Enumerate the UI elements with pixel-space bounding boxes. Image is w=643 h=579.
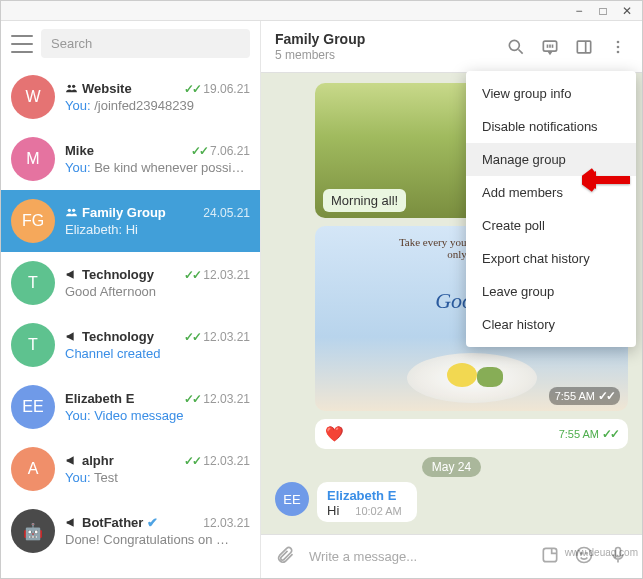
svg-point-16 bbox=[577, 548, 592, 563]
chat-title[interactable]: Family Group bbox=[275, 31, 506, 47]
more-dropdown: View group infoDisable notificationsMana… bbox=[466, 71, 636, 347]
date-separator: May 24 bbox=[275, 459, 628, 474]
heart-icon: ❤️ bbox=[325, 425, 344, 443]
svg-point-13 bbox=[617, 45, 620, 48]
svg-point-0 bbox=[68, 85, 71, 88]
avatar: W bbox=[11, 75, 55, 119]
message-bubble[interactable]: Elizabeth E Hi10:02 AM bbox=[317, 482, 417, 522]
more-icon[interactable] bbox=[608, 37, 628, 57]
reaction-time: 7:55 AM ✓✓ bbox=[559, 427, 618, 441]
svg-line-5 bbox=[519, 49, 523, 53]
svg-point-14 bbox=[617, 50, 620, 53]
window-maximize[interactable]: □ bbox=[596, 4, 610, 18]
svg-rect-19 bbox=[616, 548, 621, 557]
chat-item-name: Website bbox=[65, 81, 132, 96]
svg-point-3 bbox=[72, 209, 75, 212]
avatar: FG bbox=[11, 199, 55, 243]
dropdown-item[interactable]: Disable notifications bbox=[466, 110, 636, 143]
chat-list-item[interactable]: 🤖BotFather ✔12.03.21Done! Congratulation… bbox=[1, 500, 260, 562]
attach-icon[interactable] bbox=[275, 545, 295, 568]
search-icon[interactable] bbox=[506, 37, 526, 57]
dropdown-item[interactable]: Export chat history bbox=[466, 242, 636, 275]
menu-button[interactable] bbox=[11, 35, 33, 53]
svg-rect-20 bbox=[594, 176, 630, 184]
svg-rect-15 bbox=[543, 548, 556, 561]
chat-item-preview: Channel created bbox=[65, 346, 250, 361]
avatar[interactable]: EE bbox=[275, 482, 309, 516]
chat-item-time: ✓✓ 12.03.21 bbox=[184, 392, 250, 406]
chat-item-preview: Done! Congratulations on … bbox=[65, 532, 250, 547]
chat-header: Family Group 5 members bbox=[261, 21, 642, 73]
incoming-message: EE Elizabeth E Hi10:02 AM bbox=[275, 482, 628, 522]
chat-item-name: BotFather ✔ bbox=[65, 515, 158, 530]
avatar: EE bbox=[11, 385, 55, 429]
chat-item-preview: You: Video message bbox=[65, 408, 250, 423]
svg-point-4 bbox=[509, 40, 519, 50]
chat-list-item[interactable]: TTechnology✓✓ 12.03.21Channel created bbox=[1, 314, 260, 376]
dropdown-item[interactable]: Clear history bbox=[466, 308, 636, 341]
chat-item-time: ✓✓ 12.03.21 bbox=[184, 268, 250, 282]
message-time: 10:02 AM bbox=[355, 505, 401, 517]
chat-item-name: Elizabeth E bbox=[65, 391, 134, 406]
chat-list-item[interactable]: EEElizabeth E✓✓ 12.03.21You: Video messa… bbox=[1, 376, 260, 438]
svg-point-1 bbox=[72, 85, 75, 88]
chat-item-time: ✓✓ 12.03.21 bbox=[184, 454, 250, 468]
svg-rect-10 bbox=[577, 41, 590, 53]
chat-list-item[interactable]: Aalphr✓✓ 12.03.21You: Test bbox=[1, 438, 260, 500]
mic-icon[interactable] bbox=[608, 545, 628, 568]
svg-point-17 bbox=[581, 553, 582, 554]
svg-point-2 bbox=[68, 209, 71, 212]
image-timestamp: 7:55 AM✓✓ bbox=[549, 387, 620, 405]
chat-item-name: Family Group bbox=[65, 205, 166, 220]
chat-item-preview: Elizabeth: Hi bbox=[65, 222, 250, 237]
message-sender: Elizabeth E bbox=[327, 488, 407, 503]
chat-item-preview: Good Afternoon bbox=[65, 284, 250, 299]
chat-list-item[interactable]: TTechnology✓✓ 12.03.21Good Afternoon bbox=[1, 252, 260, 314]
search-input[interactable]: Search bbox=[41, 29, 250, 58]
message-text: Hi bbox=[327, 503, 339, 518]
dropdown-item[interactable]: Create poll bbox=[466, 209, 636, 242]
chat-item-name: Technology bbox=[65, 329, 154, 344]
avatar: M bbox=[11, 137, 55, 181]
message-input[interactable]: Write a message... bbox=[309, 549, 526, 564]
dropdown-item[interactable]: View group info bbox=[466, 77, 636, 110]
chat-item-time: ✓✓ 7.06.21 bbox=[191, 144, 250, 158]
chat-list-item[interactable]: MMike✓✓ 7.06.21You: Be kind whenever pos… bbox=[1, 128, 260, 190]
chat-item-name: Mike bbox=[65, 143, 94, 158]
sidebar: Search WWebsite✓✓ 19.06.21You: /joinfed2… bbox=[1, 21, 261, 578]
avatar: A bbox=[11, 447, 55, 491]
chat-subtitle: 5 members bbox=[275, 48, 506, 62]
chat-list-item[interactable]: WWebsite✓✓ 19.06.21You: /joinfed23948239 bbox=[1, 66, 260, 128]
chat-item-time: ✓✓ 19.06.21 bbox=[184, 82, 250, 96]
window-minimize[interactable]: − bbox=[572, 4, 586, 18]
sticker-icon[interactable] bbox=[540, 545, 560, 568]
chat-item-time: 24.05.21 bbox=[203, 206, 250, 220]
chat-item-name: Technology bbox=[65, 267, 154, 282]
chat-item-preview: You: /joinfed23948239 bbox=[65, 98, 250, 113]
svg-point-12 bbox=[617, 40, 620, 43]
window-titlebar: − □ ✕ bbox=[1, 1, 642, 21]
chat-list-item[interactable]: FGFamily Group24.05.21Elizabeth: Hi bbox=[1, 190, 260, 252]
svg-point-18 bbox=[586, 553, 587, 554]
chat-item-preview: You: Test bbox=[65, 470, 250, 485]
avatar: T bbox=[11, 323, 55, 367]
main-area: Family Group 5 members Morning all! Take… bbox=[261, 21, 642, 578]
emoji-icon[interactable] bbox=[574, 545, 594, 568]
avatar: T bbox=[11, 261, 55, 305]
chat-item-time: ✓✓ 12.03.21 bbox=[184, 330, 250, 344]
image-caption: Morning all! bbox=[323, 189, 406, 212]
chat-item-preview: You: Be kind whenever possi… bbox=[65, 160, 250, 175]
reaction-bar[interactable]: ❤️ 7:55 AM ✓✓ bbox=[315, 419, 628, 449]
dropdown-item[interactable]: Leave group bbox=[466, 275, 636, 308]
comments-icon[interactable] bbox=[540, 37, 560, 57]
annotation-arrow bbox=[582, 168, 630, 195]
sidepanel-icon[interactable] bbox=[574, 37, 594, 57]
chat-item-time: 12.03.21 bbox=[203, 516, 250, 530]
composer: Write a message... bbox=[261, 534, 642, 578]
avatar: 🤖 bbox=[11, 509, 55, 553]
chat-item-name: alphr bbox=[65, 453, 114, 468]
chat-list: WWebsite✓✓ 19.06.21You: /joinfed23948239… bbox=[1, 66, 260, 578]
window-close[interactable]: ✕ bbox=[620, 4, 634, 18]
